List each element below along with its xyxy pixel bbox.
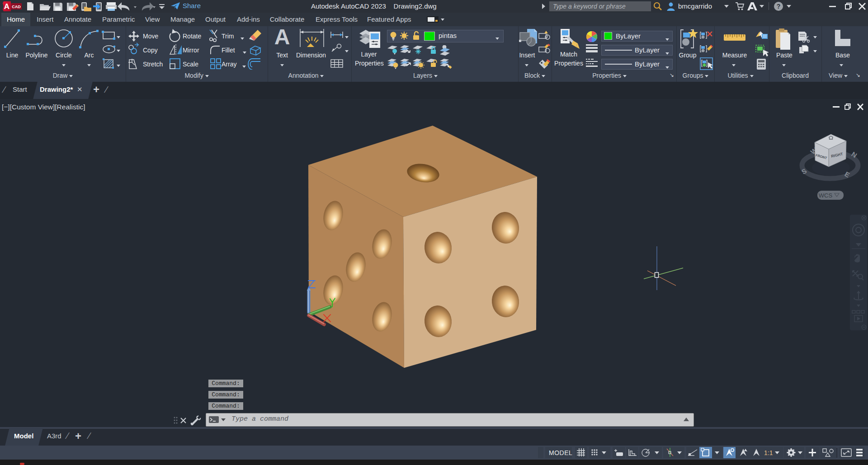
svg-text:CAD: CAD: [12, 5, 21, 9]
svg-text:WCS: WCS: [819, 192, 833, 199]
svg-text:1:1: 1:1: [764, 449, 773, 456]
svg-text:MODEL: MODEL: [549, 449, 572, 456]
svg-text:A: A: [4, 2, 9, 11]
